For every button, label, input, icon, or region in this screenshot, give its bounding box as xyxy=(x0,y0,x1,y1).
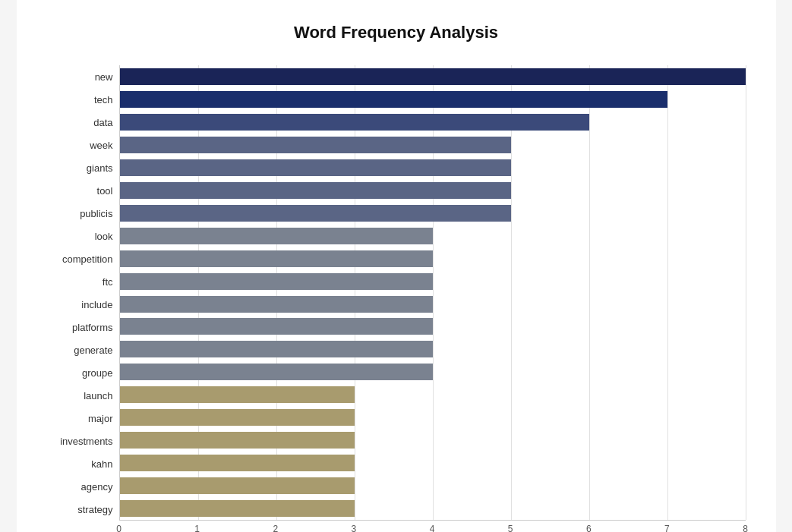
bar xyxy=(120,455,355,471)
y-axis-label: publicis xyxy=(80,202,112,225)
y-axis-label: new xyxy=(95,65,113,88)
bar xyxy=(120,205,511,222)
bar xyxy=(120,296,433,313)
y-axis-label: major xyxy=(88,407,113,430)
y-axis-label: kahn xyxy=(91,452,112,475)
bar xyxy=(120,409,355,426)
x-tick-label: 2 xyxy=(273,524,278,532)
bar-row xyxy=(120,452,746,474)
y-axis-label: groupe xyxy=(82,361,112,384)
bar-row xyxy=(120,497,746,520)
bar xyxy=(120,386,355,403)
y-axis-label: look xyxy=(95,225,113,247)
bar xyxy=(120,228,433,244)
bar-row xyxy=(120,360,746,383)
bar-row xyxy=(120,315,746,338)
bar xyxy=(120,250,433,267)
y-axis-label: tool xyxy=(97,179,113,202)
y-axis-label: platforms xyxy=(72,316,112,338)
bars-section: newtechdataweekgiantstoolpublicislookcom… xyxy=(47,65,746,521)
x-tick-label: 6 xyxy=(586,524,592,532)
bar-row xyxy=(120,474,746,497)
bar xyxy=(120,500,355,517)
bars-wrapper xyxy=(120,65,746,520)
y-axis-label: investments xyxy=(60,430,112,452)
chart-title: Word Frequency Analysis xyxy=(47,23,746,42)
y-axis-label: giants xyxy=(87,156,113,179)
x-tick-label: 3 xyxy=(352,524,357,532)
x-tick-label: 4 xyxy=(430,524,435,532)
bar xyxy=(120,432,355,449)
bar-row xyxy=(120,383,746,406)
x-tick-label: 5 xyxy=(508,524,513,532)
bar-row xyxy=(120,156,746,179)
bar-row xyxy=(120,429,746,452)
y-axis-label: include xyxy=(81,293,112,316)
bar xyxy=(120,273,433,290)
y-axis-label: agency xyxy=(81,475,113,498)
bar-row xyxy=(120,134,746,156)
bar-row xyxy=(120,293,746,316)
bars-and-grid xyxy=(119,65,746,521)
bar-row xyxy=(120,270,746,293)
y-axis-label: competition xyxy=(62,247,112,270)
bar-row xyxy=(120,111,746,134)
bar xyxy=(120,91,667,108)
y-axis-label: week xyxy=(90,134,112,156)
bar-row xyxy=(120,179,746,202)
bar xyxy=(120,159,511,176)
chart-area: newtechdataweekgiantstoolpublicislookcom… xyxy=(47,65,746,532)
y-axis-label: strategy xyxy=(77,498,112,521)
bar xyxy=(120,364,433,380)
y-axis-label: launch xyxy=(84,384,112,407)
x-axis-labels: 012345678 xyxy=(119,524,746,532)
bar-row xyxy=(120,247,746,270)
bar-row xyxy=(120,65,746,88)
bar xyxy=(120,477,355,494)
grid-line xyxy=(746,65,746,520)
bar xyxy=(120,182,511,199)
bar-row xyxy=(120,338,746,360)
x-tick-label: 0 xyxy=(116,524,121,532)
bar-row xyxy=(120,225,746,247)
x-axis-spacer xyxy=(47,524,119,532)
y-axis-label: data xyxy=(93,111,112,134)
bar xyxy=(120,137,511,153)
y-axis-labels: newtechdataweekgiantstoolpublicislookcom… xyxy=(47,65,119,521)
x-tick-label: 1 xyxy=(194,524,200,532)
chart-container: Word Frequency Analysis newtechdataweekg… xyxy=(17,0,776,532)
x-tick-label: 8 xyxy=(743,524,748,532)
x-axis-section: 012345678 xyxy=(47,524,746,532)
bar xyxy=(120,114,589,131)
bar-row xyxy=(120,406,746,429)
bar-row xyxy=(120,88,746,111)
bar xyxy=(120,341,433,357)
y-axis-label: tech xyxy=(94,88,113,111)
bar xyxy=(120,68,746,85)
bar-row xyxy=(120,202,746,225)
y-axis-label: ftc xyxy=(103,270,113,293)
y-axis-label: generate xyxy=(74,338,112,361)
x-tick-label: 7 xyxy=(664,524,670,532)
bar xyxy=(120,318,433,335)
